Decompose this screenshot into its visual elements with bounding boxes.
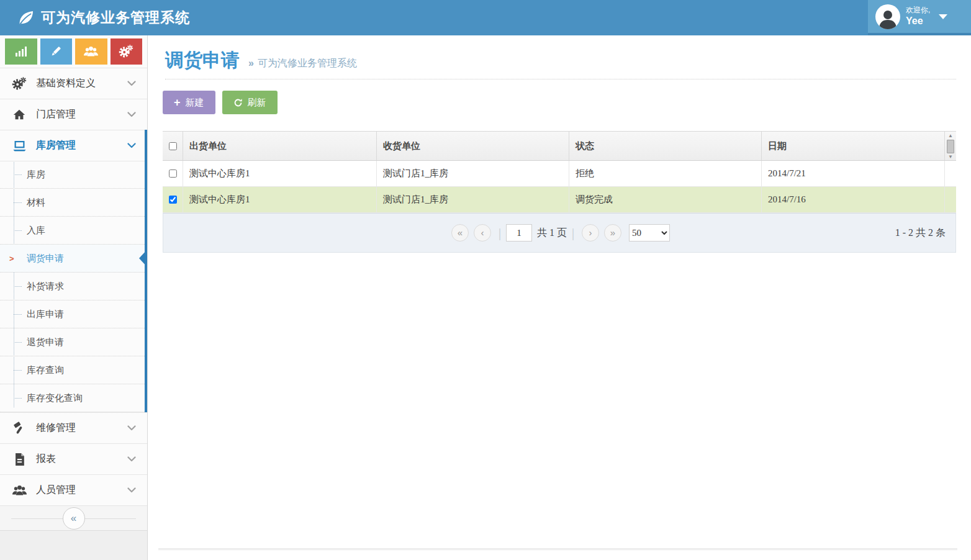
chart-shortcut-button[interactable] bbox=[5, 38, 37, 65]
refresh-button[interactable]: 刷新 bbox=[222, 91, 278, 114]
sidebar-subitem-replenish-request[interactable]: 补货请求 bbox=[0, 273, 147, 300]
pager-bar: « ‹ | 共 1 页 | › » 50 1 - 2 共 2 条 bbox=[163, 213, 956, 253]
username: Yee bbox=[906, 15, 930, 27]
collapse-sidebar-button[interactable]: « bbox=[63, 507, 85, 530]
table-scrollbar[interactable]: ▲ ▼ bbox=[946, 133, 955, 160]
sidebar-item-personnel[interactable]: 人员管理 bbox=[0, 474, 147, 505]
total-pages-label: 共 1 页 bbox=[537, 227, 567, 240]
first-page-button[interactable]: « bbox=[451, 224, 469, 242]
sidebar-subitem-label: 库房 bbox=[27, 169, 45, 181]
sidebar-subitem-materials[interactable]: 材料 bbox=[0, 189, 147, 217]
table-row[interactable]: 测试中心库房1 测试门店1_库房 拒绝 2014/7/21 bbox=[163, 161, 956, 187]
users-shortcut-button[interactable] bbox=[75, 38, 107, 65]
refresh-icon bbox=[233, 98, 243, 107]
prev-page-button[interactable]: ‹ bbox=[474, 224, 491, 242]
column-header-receiver[interactable]: 收货单位 bbox=[377, 132, 569, 160]
sidebar-item-repair[interactable]: 维修管理 bbox=[0, 412, 147, 443]
arrow-right-icon: > bbox=[9, 254, 14, 263]
new-button-label: 新建 bbox=[186, 97, 204, 109]
laptop-icon bbox=[11, 139, 27, 153]
breadcrumb: »可为汽修业务管理系统 bbox=[248, 57, 357, 70]
new-button[interactable]: + 新建 bbox=[163, 91, 215, 114]
shortcut-bar bbox=[0, 35, 147, 68]
brand: 可为汽修业务管理系统 bbox=[17, 8, 190, 27]
app-title: 可为汽修业务管理系统 bbox=[41, 8, 190, 27]
page-input[interactable] bbox=[506, 224, 532, 242]
chevron-down-icon bbox=[127, 425, 136, 431]
row-checkbox[interactable] bbox=[169, 196, 177, 204]
sidebar-subitem-label: 材料 bbox=[27, 197, 45, 209]
sidebar-subitem-label: 库存变化查询 bbox=[27, 392, 83, 404]
warehouse-submenu: 库房 材料 入库 > 调货申请 补货请求 bbox=[0, 161, 147, 412]
chevron-down-icon bbox=[127, 112, 136, 117]
user-menu[interactable]: 欢迎你, Yee bbox=[868, 0, 971, 35]
column-header-status[interactable]: 状态 bbox=[569, 132, 762, 160]
sidebar-item-stores[interactable]: 门店管理 bbox=[0, 99, 147, 130]
plus-icon: + bbox=[174, 97, 181, 108]
scrollbar-thumb[interactable] bbox=[947, 140, 954, 153]
sidebar-subitem-outbound-request[interactable]: 出库申请 bbox=[0, 300, 147, 328]
sidebar-subitem-label: 库存查询 bbox=[27, 364, 64, 376]
cell-date: 2014/7/16 bbox=[762, 187, 945, 212]
table-row-selected[interactable]: 测试中心库房1 测试门店1_库房 调货完成 2014/7/16 bbox=[163, 187, 956, 213]
refresh-button-label: 刷新 bbox=[248, 97, 266, 109]
row-checkbox[interactable] bbox=[169, 169, 177, 178]
sidebar-subitem-label: 退货申请 bbox=[27, 336, 64, 348]
sidebar-item-label: 报表 bbox=[36, 453, 127, 466]
cell-shipper: 测试中心库房1 bbox=[183, 161, 377, 186]
sidebar-subitem-stock-change-query[interactable]: 库存变化查询 bbox=[0, 384, 147, 412]
sidebar-item-warehouse[interactable]: 库房管理 bbox=[0, 130, 147, 161]
sidebar-subitem-transfer-request[interactable]: > 调货申请 bbox=[0, 245, 147, 273]
sidebar-item-reports[interactable]: 报表 bbox=[0, 443, 147, 474]
cell-status: 拒绝 bbox=[569, 161, 762, 186]
select-all-cell bbox=[163, 132, 183, 160]
scroll-down-icon[interactable]: ▼ bbox=[948, 154, 953, 160]
app-header: 可为汽修业务管理系统 欢迎你, Yee bbox=[0, 0, 971, 35]
footer-divider bbox=[158, 548, 957, 550]
caret-down-icon bbox=[939, 14, 947, 19]
sidebar-subitem-return-request[interactable]: 退货申请 bbox=[0, 328, 147, 356]
column-header-shipper[interactable]: 出货单位 bbox=[183, 132, 377, 160]
home-icon bbox=[11, 108, 27, 122]
pencil-icon bbox=[50, 45, 62, 58]
avatar bbox=[875, 4, 900, 29]
settings-shortcut-button[interactable] bbox=[111, 38, 143, 65]
welcome-label: 欢迎你, bbox=[906, 6, 930, 15]
sidebar: 基础资料定义 门店管理 库房管理 bbox=[0, 35, 148, 560]
sidebar-item-label: 基础资料定义 bbox=[36, 77, 127, 90]
sidebar-subitem-stock-query[interactable]: 库存查询 bbox=[0, 356, 147, 384]
next-page-button[interactable]: › bbox=[582, 224, 599, 242]
sidebar-subitem-inbound[interactable]: 入库 bbox=[0, 217, 147, 245]
cell-status: 调货完成 bbox=[569, 187, 762, 212]
chevron-down-icon bbox=[127, 487, 136, 493]
table-header-row: 出货单位 收货单位 状态 日期 ▲ ▼ bbox=[163, 131, 956, 161]
page-size-select[interactable]: 50 bbox=[629, 224, 670, 242]
sidebar-item-base-data[interactable]: 基础资料定义 bbox=[0, 68, 147, 99]
sidebar-item-label: 库房管理 bbox=[36, 139, 127, 152]
sidebar-subitem-warehouse[interactable]: 库房 bbox=[0, 161, 147, 189]
sidebar-subitem-label: 补货请求 bbox=[27, 281, 64, 292]
gears-icon bbox=[11, 76, 27, 91]
sidebar-menu: 基础资料定义 门店管理 库房管理 bbox=[0, 68, 147, 530]
scroll-up-icon[interactable]: ▲ bbox=[948, 133, 953, 139]
record-range-label: 1 - 2 共 2 条 bbox=[895, 227, 946, 240]
sidebar-subitem-label: 入库 bbox=[27, 225, 45, 237]
sidebar-subitem-label: 出库申请 bbox=[27, 309, 64, 320]
sidebar-collapse-row: « bbox=[0, 505, 147, 530]
bar-chart-icon bbox=[14, 45, 28, 58]
select-all-checkbox[interactable] bbox=[169, 142, 177, 150]
gavel-icon bbox=[11, 422, 27, 435]
chevron-down-icon bbox=[127, 456, 136, 462]
toolbar: + 新建 刷新 bbox=[163, 91, 278, 114]
last-page-button[interactable]: » bbox=[604, 224, 621, 242]
sidebar-footer-area bbox=[0, 530, 147, 560]
edit-shortcut-button[interactable] bbox=[40, 38, 73, 65]
breadcrumb-text: 可为汽修业务管理系统 bbox=[258, 58, 357, 68]
gears-icon bbox=[119, 44, 133, 59]
page-head: 调货申请 »可为汽修业务管理系统 bbox=[165, 48, 357, 73]
users-icon bbox=[83, 45, 99, 58]
column-header-date[interactable]: 日期 bbox=[762, 132, 945, 160]
page-title: 调货申请 bbox=[165, 48, 240, 73]
cell-date: 2014/7/21 bbox=[762, 161, 945, 186]
cell-receiver: 测试门店1_库房 bbox=[377, 161, 569, 186]
